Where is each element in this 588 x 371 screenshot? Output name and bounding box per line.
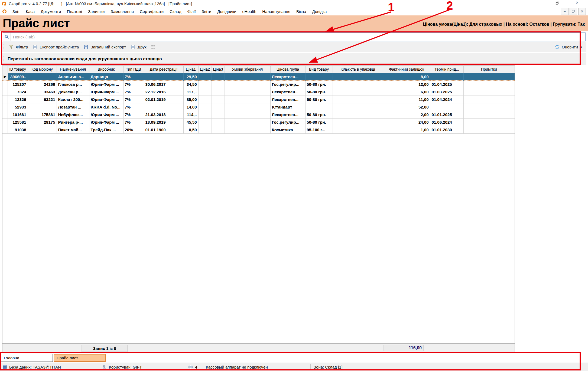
table-cell[interactable]: 13.09.2019 [144, 119, 183, 126]
table-cell[interactable]: Лекарствен... [270, 111, 305, 119]
column-header[interactable]: Ціна3 [212, 66, 225, 73]
table-cell[interactable]: Дарница [89, 73, 123, 81]
print-button[interactable]: Друк [128, 43, 148, 51]
table-cell[interactable] [225, 88, 270, 96]
menu-item[interactable]: Звіти [199, 8, 215, 15]
table-cell[interactable]: 22.12.2016 [144, 88, 183, 96]
column-header[interactable]: Цінова група [270, 66, 305, 73]
column-header[interactable]: Фактичний залишок [383, 66, 430, 73]
table-cell[interactable] [212, 111, 225, 119]
table-cell[interactable]: Лекарствен... [270, 96, 305, 103]
table-cell[interactable]: 21.03.2018 [144, 111, 183, 119]
mdi-minimize-button[interactable]: – [561, 8, 568, 15]
table-cell[interactable] [463, 88, 515, 96]
column-header[interactable]: Виробник [89, 66, 123, 73]
menu-item[interactable]: Філії [184, 8, 199, 15]
table-cell[interactable]: Гос.регулир... [270, 119, 305, 126]
table-cell[interactable]: 0,50 [183, 126, 198, 134]
table-cell[interactable] [198, 73, 212, 81]
export-all-button[interactable]: Загальний експорт [81, 43, 128, 51]
menu-item[interactable]: Залишки [85, 8, 108, 15]
table-cell[interactable]: Косметика [270, 126, 305, 134]
table-cell[interactable] [225, 96, 270, 103]
table-cell[interactable] [333, 111, 383, 119]
group-by-area[interactable]: Перетягніть заголовок колонки сюди для у… [2, 53, 586, 65]
table-cell[interactable] [198, 88, 212, 96]
table-cell[interactable]: 50-80 грн. [305, 88, 333, 96]
export-pricelist-button[interactable]: Експорт прайс-листа [30, 43, 81, 51]
table-cell[interactable] [198, 126, 212, 134]
table-cell[interactable]: 175861 [28, 111, 57, 119]
table-cell[interactable]: 91038 [8, 126, 28, 134]
table-cell[interactable]: 7% [123, 111, 144, 119]
table-cell[interactable]: 114,.. [183, 111, 198, 119]
table-cell[interactable]: Небуфлюз... [57, 111, 89, 119]
table-cell[interactable]: Лекарствен... [270, 88, 305, 96]
table-cell[interactable]: 2,00 [383, 111, 430, 119]
table-cell[interactable]: 01.04.2025 [430, 81, 463, 88]
chevron-down-icon[interactable]: ▾ [580, 45, 582, 49]
table-cell[interactable]: 125207 [8, 81, 28, 88]
table-cell[interactable]: 50-80 грн. [305, 96, 333, 103]
table-row[interactable]: 12520724268Глюкоза р...Юрия-Фарм ...7%30… [2, 81, 515, 88]
table-cell[interactable] [225, 73, 270, 81]
table-cell[interactable]: Декасан р... [57, 88, 89, 96]
table-cell[interactable] [198, 96, 212, 103]
table-row[interactable]: 732433463Декасан р...Юрия-Фарм ...7%22.1… [2, 88, 515, 96]
table-cell[interactable]: 01.06.2024 [430, 119, 463, 126]
table-cell[interactable]: Гос.регулир... [270, 81, 305, 88]
table-cell[interactable] [28, 73, 57, 81]
search-input[interactable] [11, 33, 585, 41]
table-cell[interactable]: 1,00 [383, 126, 430, 134]
menu-item[interactable]: Склад [167, 8, 184, 15]
table-row[interactable]: 12558129175Рингера р-...Юрия-Фарм ...7%1… [2, 119, 515, 126]
table-cell[interactable]: 24,00 [383, 119, 430, 126]
menu-item[interactable]: Документи [38, 8, 64, 15]
table-cell[interactable] [225, 119, 270, 126]
column-header[interactable]: Код моріону [28, 66, 57, 73]
menu-item[interactable]: Платежі [64, 8, 85, 15]
table-cell[interactable]: 52933 [8, 103, 28, 111]
table-cell[interactable]: 33463 [28, 88, 57, 96]
table-cell[interactable]: 12,00 [383, 81, 430, 88]
table-cell[interactable] [463, 73, 515, 81]
table-cell[interactable]: 45,50 [183, 119, 198, 126]
table-cell[interactable] [198, 81, 212, 88]
menu-item[interactable]: eHealth [239, 8, 259, 15]
menu-item[interactable]: Вікна [293, 8, 309, 15]
table-cell[interactable]: 12326 [8, 96, 28, 103]
table-cell[interactable]: 7% [123, 103, 144, 111]
table-cell[interactable] [333, 81, 383, 88]
table-cell[interactable] [212, 96, 225, 103]
table-cell[interactable] [333, 126, 383, 134]
menu-item[interactable]: Довідка [309, 8, 330, 15]
table-cell[interactable]: 02.01.2019 [144, 96, 183, 103]
table-cell[interactable]: 95-100 г... [305, 126, 333, 134]
table-cell[interactable]: 52,00 [383, 103, 430, 111]
table-cell[interactable] [225, 103, 270, 111]
table-cell[interactable] [212, 103, 225, 111]
table-cell[interactable] [463, 126, 515, 134]
table-cell[interactable]: Глюкоза р... [57, 81, 89, 88]
table-cell[interactable]: 01.04.2024 [430, 96, 463, 103]
filter-button[interactable]: Фільтр [7, 43, 30, 51]
column-header[interactable]: Ціна1 [183, 66, 198, 73]
table-cell[interactable]: !Стандарт [270, 103, 305, 111]
table-cell[interactable]: Юрия-Фарм ... [89, 119, 123, 126]
table-cell[interactable] [212, 81, 225, 88]
table-cell[interactable] [463, 111, 515, 119]
mdi-close-button[interactable]: × [578, 8, 586, 15]
table-cell[interactable]: 117,.. [183, 88, 198, 96]
table-cell[interactable]: Лекарствен... [270, 73, 305, 81]
table-cell[interactable]: Пакет май... [57, 126, 89, 134]
table-cell[interactable] [212, 126, 225, 134]
table-cell[interactable]: 7% [123, 88, 144, 96]
table-cell[interactable]: KRKA d.d. No... [89, 103, 123, 111]
table-cell[interactable]: Анальгин а... [57, 73, 89, 81]
column-header[interactable]: Примітки [463, 66, 515, 73]
table-cell[interactable]: 01.01.1900 [144, 126, 183, 134]
table-cell[interactable] [28, 126, 57, 134]
column-header[interactable]: Кількість в упаковці [333, 66, 383, 73]
table-cell[interactable] [305, 73, 333, 81]
table-cell[interactable]: Ксилат 200... [57, 96, 89, 103]
